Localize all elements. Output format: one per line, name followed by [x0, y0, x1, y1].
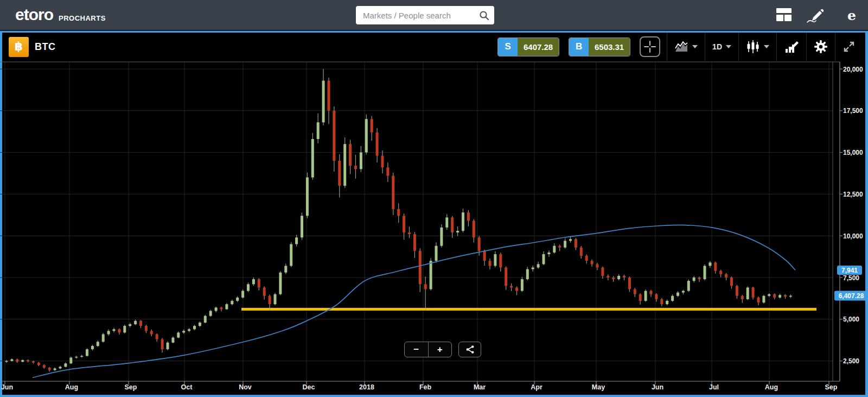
interval-selector[interactable]: 1D [705, 33, 738, 61]
bitcoin-icon: ฿ [9, 37, 29, 57]
compare-chart-button[interactable] [667, 33, 705, 61]
etoro-bull-letter: e [847, 8, 856, 23]
instrument-block: ฿ BTC [2, 37, 56, 57]
chevron-down-icon [692, 45, 698, 48]
etoro-logo-text: etoro [15, 7, 53, 23]
fullscreen-button[interactable] [835, 33, 865, 61]
search-box [356, 6, 494, 24]
settings-button[interactable] [807, 33, 835, 61]
zoom-in-button[interactable]: + [429, 342, 452, 357]
symbol-label: BTC [35, 41, 56, 53]
zoom-controls: − + [404, 342, 452, 357]
buy-price: 6503.31 [589, 38, 630, 56]
expand-icon [843, 40, 856, 53]
candlestick-icon [746, 40, 760, 54]
sell-button[interactable]: S 6407.28 [497, 37, 559, 56]
top-nav-bar: etoro PROCHARTS e [0, 0, 868, 31]
sell-label: S [498, 38, 518, 56]
draw-on-chart-icon [784, 40, 799, 53]
zoom-out-button[interactable]: − [405, 342, 428, 357]
crosshair-icon [643, 40, 656, 53]
sell-price: 6407.28 [518, 38, 559, 56]
chevron-down-icon [764, 45, 769, 48]
compare-chart-icon [674, 41, 688, 53]
chart-header-bar: ฿ BTC S 6407.28 B 6503.31 1D [2, 33, 865, 61]
buy-button[interactable]: B 6503.31 [569, 37, 630, 56]
etoro-logo[interactable]: etoro PROCHARTS [15, 7, 106, 23]
share-button[interactable] [458, 342, 481, 357]
share-icon [465, 345, 475, 354]
chart-type-button[interactable] [739, 33, 776, 61]
interval-label: 1D [712, 42, 722, 51]
procharts-label: PROCHARTS [59, 14, 106, 22]
search-input[interactable] [356, 6, 494, 24]
drawing-tools-button[interactable] [777, 33, 806, 61]
chart-toolbar: S 6407.28 B 6503.31 1D [497, 33, 865, 61]
gear-icon [814, 40, 828, 54]
buy-label: B [569, 38, 589, 56]
search-icon[interactable] [479, 10, 489, 23]
layout-grid-icon[interactable] [776, 8, 792, 24]
etoro-bull-icon[interactable]: e [847, 9, 856, 23]
draw-pencil-icon[interactable] [805, 8, 825, 26]
chevron-down-icon [726, 45, 731, 48]
crosshair-tool-button[interactable] [640, 36, 660, 57]
